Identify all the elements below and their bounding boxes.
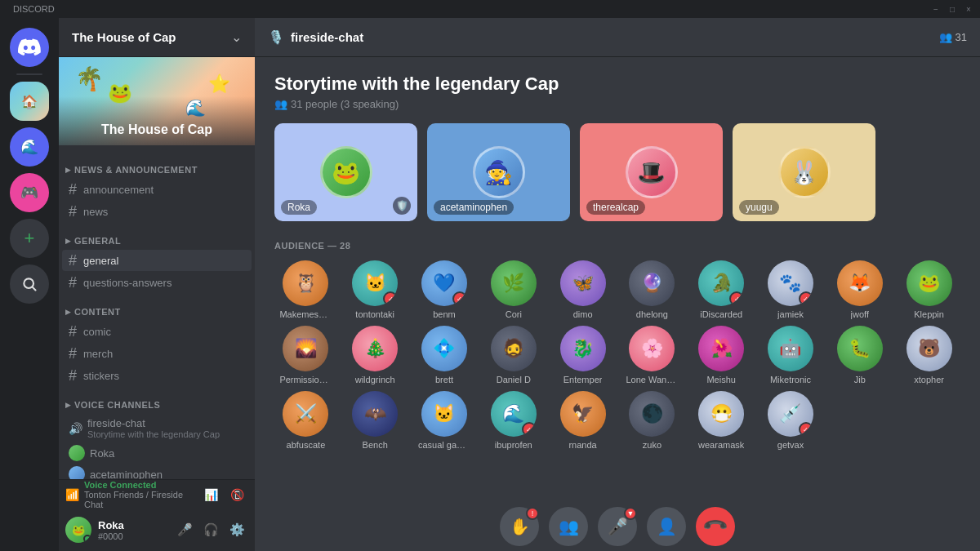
voice-channel-fireside[interactable]: 🔊 fireside-chat Storytime with the legen… xyxy=(62,414,252,442)
voice-user-acetaminophen[interactable]: acetaminophen xyxy=(65,464,255,479)
audience-avatar: 🌊✓ xyxy=(491,391,537,437)
deafen-button[interactable]: 🎧 xyxy=(199,518,222,541)
server-icon-3[interactable]: 🎮 xyxy=(10,173,49,212)
discord-home-button[interactable] xyxy=(10,28,49,67)
audience-member-miketronic[interactable]: 🤖Miketronic xyxy=(760,326,822,384)
audience-member-getvax[interactable]: 💉✓getvax xyxy=(760,391,822,450)
leave-button[interactable]: 📞 xyxy=(696,507,735,546)
audience-member-jamiek[interactable]: 🐾✓jamiek xyxy=(760,260,822,319)
audience-member-casual-gamer[interactable]: 🐱casual gamer xyxy=(413,391,476,450)
channel-announcement[interactable]: # announcement xyxy=(62,179,252,200)
audience-avatar: 🤖 xyxy=(768,326,813,371)
badge-icon: ✓ xyxy=(522,422,537,437)
member-count-value: 31 xyxy=(956,31,967,43)
audience-member-kleppin[interactable]: 🐸Kleppin xyxy=(898,260,960,319)
audience-member-brett[interactable]: 💠brett xyxy=(413,326,476,384)
category-news[interactable]: ▶ NEWS & ANNOUNCEMENT xyxy=(59,152,255,178)
search-server-button[interactable] xyxy=(10,264,49,304)
audience-avatar: 😷 xyxy=(698,391,744,437)
audience-member-ibuprofen[interactable]: 🌊✓ibuprofen xyxy=(482,391,545,450)
category-news-label: NEWS & ANNOUNCEMENT xyxy=(74,165,198,175)
audience-name: benm xyxy=(433,309,456,319)
settings-button[interactable]: ⚙️ xyxy=(225,518,248,541)
channel-questions-answers[interactable]: # questions-answers xyxy=(62,272,252,293)
server-name: The House of Cap xyxy=(72,30,176,44)
audience-button[interactable]: 👥 xyxy=(549,507,588,546)
voice-user-roka-name: Roka xyxy=(90,447,114,460)
channel-qa-label: questions-answers xyxy=(83,277,172,289)
category-general-label: GENERAL xyxy=(74,236,121,246)
audience-name: jamiek xyxy=(777,309,804,319)
mute-button[interactable]: 🎤 xyxy=(173,518,196,541)
user-info: Roka #0000 xyxy=(98,519,167,541)
channel-general[interactable]: # general xyxy=(62,250,252,271)
user-avatar: 🐸 xyxy=(65,517,91,543)
audience-member-wearamask[interactable]: 😷wearamask xyxy=(690,391,753,450)
invite-button[interactable]: 👤 xyxy=(647,507,686,546)
server-icon-house-of-cap[interactable]: 🏠 xyxy=(10,82,49,121)
audience-member-dhelong[interactable]: 🔮dhelong xyxy=(621,260,684,319)
signal-icon: 📶 xyxy=(65,488,79,501)
audience-name: brett xyxy=(435,375,453,384)
audience-avatar: 🐾✓ xyxy=(768,260,813,306)
badge-icon: ✓ xyxy=(799,422,813,437)
voice-user-roka[interactable]: Roka xyxy=(65,443,255,463)
voice-settings-button[interactable]: 📊 xyxy=(199,483,222,506)
channel-comic[interactable]: # comic xyxy=(62,321,252,342)
audience-member-jib[interactable]: 🐛Jib xyxy=(828,326,891,384)
microphone-button[interactable]: 🎤 ▼ xyxy=(598,507,637,546)
raise-hand-button[interactable]: ✋ ! xyxy=(500,507,539,546)
minimize-button[interactable]: − xyxy=(931,4,941,14)
audience-member-dimo[interactable]: 🦋dimo xyxy=(551,260,614,319)
audience-member-abfuscate[interactable]: ⚔️abfuscate xyxy=(274,391,337,450)
audience-member-benm[interactable]: 💙✓benm xyxy=(413,260,476,319)
audience-member-daniel-d[interactable]: 🧔Daniel D xyxy=(482,326,545,384)
channel-merch[interactable]: # merch xyxy=(62,343,252,364)
audience-member-zuko[interactable]: 🌑zuko xyxy=(621,391,684,450)
close-button[interactable]: × xyxy=(964,4,973,14)
category-voice[interactable]: ▶ VOICE CHANNELS xyxy=(59,387,255,413)
audience-member-tontontaki[interactable]: 🐱✓tontontaki xyxy=(344,260,407,319)
audience-name: Entemper xyxy=(564,375,603,384)
audience-member-permission-man[interactable]: 🌄Permission Man xyxy=(274,326,337,384)
channel-header: 🎙️ fireside-chat 👥 31 xyxy=(255,18,980,57)
audience-member-wildgrinch[interactable]: 🎄wildgrinch xyxy=(344,326,407,384)
audience-member-xtopher[interactable]: 🐻xtopher xyxy=(898,326,960,384)
online-status-dot xyxy=(83,535,91,543)
audience-member-cori[interactable]: 🌿Cori xyxy=(482,260,545,319)
channel-stickers[interactable]: # stickers xyxy=(62,365,252,386)
speaker-icon: 🔊 xyxy=(69,422,82,435)
audience-member-rnanda[interactable]: 🦅rnanda xyxy=(551,391,614,450)
server-header[interactable]: The House of Cap ⌄ xyxy=(59,18,255,57)
leave-icon: 📞 xyxy=(702,513,730,541)
audience-member-lone-wanderer[interactable]: 🌸Lone Wanderer xyxy=(621,326,684,384)
audience-name: getvax xyxy=(777,440,804,450)
audience-member-jwoff[interactable]: 🦊jwoff xyxy=(828,260,891,319)
channel-news[interactable]: # news xyxy=(62,201,252,222)
chevron-down-icon: ⌄ xyxy=(231,29,242,45)
audience-section: AUDIENCE — 28 🦉Makemespeakrr🐱✓tontontaki… xyxy=(274,241,960,450)
voice-channel-name: fireside-chat xyxy=(87,417,220,429)
maximize-button[interactable]: □ xyxy=(947,4,957,14)
audience-avatar: 🐉 xyxy=(560,326,606,371)
svg-line-3 xyxy=(33,287,36,291)
audience-name: Cori xyxy=(506,309,522,319)
svg-text:🏠: 🏠 xyxy=(21,94,38,109)
server-icon-2[interactable]: 🌊 xyxy=(10,127,49,167)
app-container: 🏠 🌊 🎮 + The House of Cap ⌄ 🌴 🐸 ⭐ xyxy=(0,18,980,551)
voice-disconnect-button[interactable]: 📵 xyxy=(225,483,248,506)
voice-bar-controls: 📊 📵 xyxy=(199,483,248,506)
audience-name: wildgrinch xyxy=(355,375,395,384)
explore-servers-button[interactable]: + xyxy=(10,219,49,258)
category-content[interactable]: ▶ CONTENT xyxy=(59,294,255,320)
audience-name: Jib xyxy=(854,375,866,384)
stage-area: Storytime with the legendary Cap 👥 31 pe… xyxy=(255,57,980,502)
audience-avatar: 🦋 xyxy=(560,260,606,306)
audience-member-entemper[interactable]: 🐉Entemper xyxy=(551,326,614,384)
audience-member-makemespeakrr[interactable]: 🦉Makemespeakrr xyxy=(274,260,337,319)
audience-member-bench[interactable]: 🦇Bench xyxy=(344,391,407,450)
audience-avatar: ⚔️ xyxy=(283,391,328,437)
category-general[interactable]: ▶ GENERAL xyxy=(59,223,255,249)
audience-member-meishu[interactable]: 🌺Meishu xyxy=(690,326,753,384)
audience-member-idiscarded[interactable]: 🐊✓iDiscarded xyxy=(690,260,753,319)
